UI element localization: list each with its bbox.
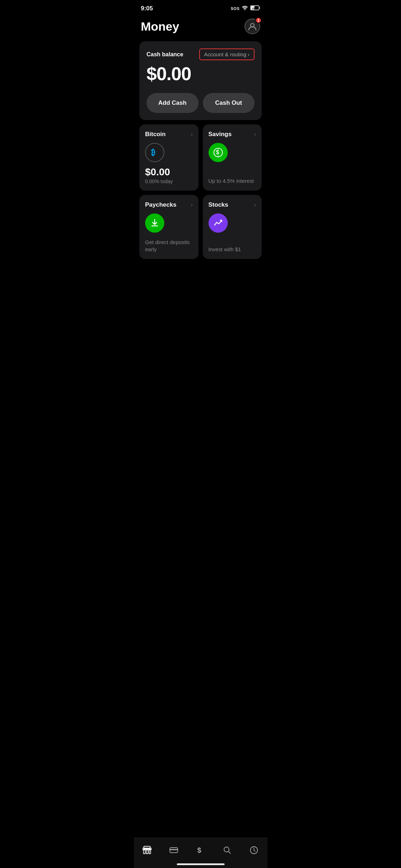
wifi-icon bbox=[242, 5, 248, 12]
status-time: 9:05 bbox=[141, 5, 153, 12]
account-routing-button[interactable]: Account & routing › bbox=[199, 48, 255, 60]
grid-row-2: Paychecks › Get direct deposits early St… bbox=[139, 195, 262, 259]
paychecks-card-header: Paychecks › bbox=[145, 201, 193, 208]
bitcoin-value: $0.00 bbox=[145, 166, 193, 178]
status-bar: 9:05 SOS 43 bbox=[134, 0, 267, 15]
bitcoin-change: 0.00% today bbox=[145, 179, 193, 184]
savings-card[interactable]: Savings › $ Up to 4.5% interest bbox=[203, 124, 262, 191]
svg-text:43: 43 bbox=[252, 7, 255, 10]
grid-row-1: Bitcoin › ₿ $0.00 0.00% today Savings › … bbox=[139, 124, 262, 191]
notification-badge: 1 bbox=[255, 17, 262, 24]
stocks-card-header: Stocks › bbox=[209, 201, 256, 208]
savings-title: Savings bbox=[209, 131, 232, 138]
cash-balance-card: Cash balance Account & routing › $0.00 A… bbox=[139, 41, 262, 120]
bitcoin-card-header: Bitcoin › bbox=[145, 131, 193, 138]
svg-point-0 bbox=[245, 10, 245, 10]
cash-out-button[interactable]: Cash Out bbox=[203, 93, 255, 113]
bitcoin-card[interactable]: Bitcoin › ₿ $0.00 0.00% today bbox=[139, 124, 199, 191]
status-icons: SOS 43 bbox=[231, 5, 260, 12]
bitcoin-icon: ₿ bbox=[145, 143, 164, 162]
account-routing-label: Account & routing bbox=[204, 51, 246, 57]
stocks-card[interactable]: Stocks › Invest with $1 bbox=[203, 195, 262, 259]
paychecks-chevron-icon: › bbox=[191, 202, 192, 208]
battery-icon: 43 bbox=[250, 5, 260, 12]
page-title: Money bbox=[141, 20, 179, 33]
savings-description: Up to 4.5% interest bbox=[209, 177, 256, 185]
add-cash-button[interactable]: Add Cash bbox=[146, 93, 199, 113]
savings-card-header: Savings › bbox=[209, 131, 256, 138]
paychecks-icon bbox=[145, 213, 164, 233]
balance-amount: $0.00 bbox=[146, 63, 255, 84]
savings-icon: $ bbox=[209, 143, 228, 162]
main-content: Cash balance Account & routing › $0.00 A… bbox=[134, 41, 267, 259]
stocks-icon bbox=[209, 213, 228, 233]
avatar-container[interactable]: 1 bbox=[245, 19, 260, 34]
bitcoin-chevron-icon: › bbox=[191, 131, 192, 138]
paychecks-title: Paychecks bbox=[145, 201, 176, 208]
svg-text:₿: ₿ bbox=[151, 148, 155, 157]
bitcoin-title: Bitcoin bbox=[145, 131, 166, 138]
card-header: Cash balance Account & routing › bbox=[146, 48, 255, 60]
svg-text:$: $ bbox=[216, 149, 219, 155]
savings-chevron-icon: › bbox=[254, 131, 256, 138]
sos-label: SOS bbox=[231, 6, 240, 11]
cash-balance-label: Cash balance bbox=[146, 51, 183, 58]
paychecks-description: Get direct deposits early bbox=[145, 239, 193, 253]
card-actions: Add Cash Cash Out bbox=[146, 93, 255, 113]
chevron-right-icon: › bbox=[248, 51, 250, 57]
stocks-title: Stocks bbox=[209, 201, 228, 208]
paychecks-card[interactable]: Paychecks › Get direct deposits early bbox=[139, 195, 199, 259]
header: Money 1 bbox=[134, 15, 267, 41]
stocks-description: Invest with $1 bbox=[209, 246, 256, 253]
svg-rect-2 bbox=[259, 7, 260, 9]
stocks-chevron-icon: › bbox=[254, 202, 256, 208]
